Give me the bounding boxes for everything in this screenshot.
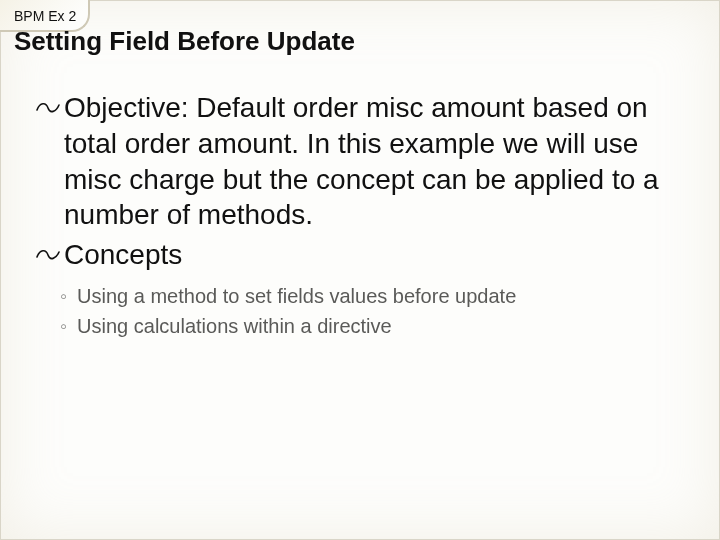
- objective-text-block: Objective: Default order misc amount bas…: [64, 90, 696, 233]
- slide-header: BPM Ex 2 Setting Field Before Update: [14, 8, 706, 57]
- concepts-bullet: Concepts: [34, 237, 696, 273]
- kicker-text: BPM Ex 2: [14, 8, 706, 24]
- objective-label: Objective:: [64, 92, 189, 123]
- sub-item-text: Using calculations within a directive: [77, 313, 392, 339]
- ring-bullet-icon: ◦: [60, 313, 67, 339]
- list-item: ◦ Using a method to set fields values be…: [60, 283, 696, 309]
- list-item: ◦ Using calculations within a directive: [60, 313, 696, 339]
- sub-item-text: Using a method to set fields values befo…: [77, 283, 516, 309]
- concepts-sub-list: ◦ Using a method to set fields values be…: [60, 283, 696, 339]
- concepts-label: Concepts: [64, 237, 182, 273]
- ring-bullet-icon: ◦: [60, 283, 67, 309]
- page-title: Setting Field Before Update: [14, 26, 706, 57]
- scribble-bullet-icon: [34, 243, 62, 265]
- slide-content: Objective: Default order misc amount bas…: [34, 90, 696, 343]
- scribble-bullet-icon: [34, 96, 62, 118]
- objective-bullet: Objective: Default order misc amount bas…: [34, 90, 696, 233]
